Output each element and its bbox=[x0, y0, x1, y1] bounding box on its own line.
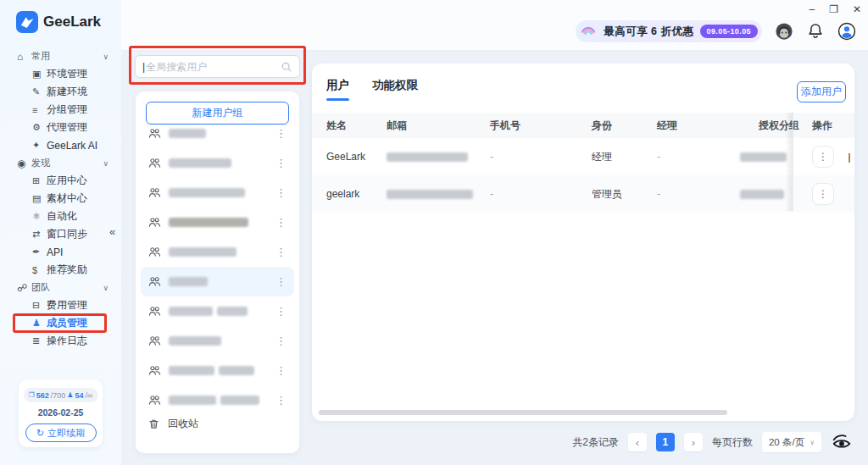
redacted-group-name bbox=[169, 336, 221, 346]
sidebar-item-group-management[interactable]: ≡ 分组管理 bbox=[0, 101, 121, 119]
renew-button[interactable]: ↻ 立即续期 bbox=[25, 423, 97, 442]
page-size-select[interactable]: 20 条/页 ∨ bbox=[762, 432, 821, 452]
next-page-button[interactable]: › bbox=[684, 433, 703, 451]
sidebar-nav: ⌂ 常用 ∨ ▣ 环境管理 ✎ 新建环境 ≡ 分组管理 ⚙ 代理管理 ✦ Gee… bbox=[0, 47, 121, 350]
sidebar-section-discover[interactable]: ◉ 发现 ∨ bbox=[0, 154, 121, 172]
user-group-item[interactable]: ⋮ bbox=[141, 237, 294, 267]
user-groups-panel: 新建用户组 ⋮ ⋮ ⋮ bbox=[136, 91, 299, 453]
cell-manager: - bbox=[657, 138, 660, 175]
horizontal-scrollbar-thumb[interactable] bbox=[319, 410, 727, 415]
list-icon: ≡ bbox=[32, 105, 47, 115]
sidebar-item-member-management[interactable]: ♟ 成员管理 bbox=[0, 314, 121, 332]
close-button[interactable]: ✕ bbox=[853, 2, 861, 17]
promo-date-badge: 09.05-10.05 bbox=[700, 25, 758, 38]
prev-page-button[interactable]: ‹ bbox=[628, 433, 647, 451]
sidebar-item-referral-reward[interactable]: $ 推荐奖励 bbox=[0, 261, 121, 279]
user-group-item[interactable]: ⋮ bbox=[141, 267, 294, 296]
trash-icon bbox=[147, 418, 160, 430]
chevron-down-icon: ∨ bbox=[810, 439, 815, 446]
item-label: GeeLark AI bbox=[47, 140, 97, 152]
sidebar-item-new-env[interactable]: ✎ 新建环境 bbox=[0, 83, 121, 101]
account-avatar-icon[interactable] bbox=[837, 22, 856, 41]
material-icon: ▤ bbox=[32, 193, 47, 204]
user-group-item[interactable]: ⋮ bbox=[141, 148, 294, 178]
user-group-item[interactable]: ⋮ bbox=[141, 178, 294, 208]
sticky-column-divider bbox=[793, 113, 793, 211]
sidebar-item-automation[interactable]: ⚛ 自动化 bbox=[0, 208, 121, 225]
group-menu-dots[interactable]: ⋮ bbox=[275, 364, 287, 377]
recycle-bin-item[interactable]: 回收站 bbox=[147, 417, 198, 431]
page-size-value: 20 条/页 bbox=[769, 436, 804, 449]
tab-label: 功能权限 bbox=[372, 79, 418, 91]
sidebar-item-fee-management[interactable]: ⊟ 费用管理 bbox=[0, 296, 121, 314]
sidebar-item-material-center[interactable]: ▤ 素材中心 bbox=[0, 190, 121, 208]
edit-icon: ✎ bbox=[32, 86, 47, 97]
chevron-down-icon: ∨ bbox=[103, 159, 108, 168]
group-menu-dots[interactable]: ⋮ bbox=[275, 305, 287, 318]
redacted-block bbox=[169, 366, 214, 375]
sidebar-collapse-icon[interactable]: « bbox=[109, 225, 115, 238]
redacted-group-name bbox=[169, 188, 245, 197]
col-role: 身份 bbox=[592, 113, 612, 138]
proxy-icon: ⚙ bbox=[32, 122, 47, 133]
plan-expiry-date: 2026-02-25 bbox=[19, 407, 103, 418]
group-menu-dots[interactable]: ⋮ bbox=[275, 275, 287, 288]
section-label: 团队 bbox=[31, 281, 50, 294]
user-group-item[interactable]: ⋮ bbox=[141, 356, 294, 385]
search-input[interactable] bbox=[146, 61, 281, 73]
table-row[interactable]: GeeLark - 经理 - ⋮ bbox=[312, 138, 854, 175]
add-user-button[interactable]: 添加用户 bbox=[797, 81, 846, 102]
user-group-item[interactable]: ⋮ bbox=[141, 119, 294, 148]
user-group-item[interactable]: ⋮ bbox=[141, 208, 294, 237]
topbar-right: 最高可享 6 折优惠 09.05-10.05 bbox=[576, 20, 856, 42]
sidebar-section-team[interactable]: ☍ 团队 ∨ bbox=[0, 279, 121, 296]
restore-button[interactable]: ❐ bbox=[829, 2, 838, 17]
group-menu-dots[interactable]: ⋮ bbox=[275, 157, 287, 169]
sidebar-item-operation-log[interactable]: ≣ 操作日志 bbox=[0, 332, 121, 350]
user-group-icon bbox=[148, 335, 161, 347]
tab-permissions[interactable]: 功能权限 bbox=[372, 78, 418, 101]
group-menu-dots[interactable]: ⋮ bbox=[275, 246, 287, 258]
group-menu-dots[interactable]: ⋮ bbox=[275, 394, 287, 407]
section-label: 常用 bbox=[31, 50, 50, 63]
cell-auth-group bbox=[740, 175, 784, 213]
sidebar-item-env-management[interactable]: ▣ 环境管理 bbox=[0, 65, 121, 83]
user-group-item[interactable]: ⋮ bbox=[141, 326, 294, 356]
table-header-row: 姓名 邮箱 手机号 身份 经理 授权分组 操作 bbox=[312, 113, 854, 138]
logo-bird-icon bbox=[16, 11, 38, 33]
user-group-item[interactable]: ⋮ bbox=[141, 385, 294, 415]
watermark-eye-icon[interactable] bbox=[831, 433, 853, 451]
row-actions-button[interactable]: ⋮ bbox=[812, 183, 834, 205]
table-row[interactable]: geelark - 管理员 - ⋮ bbox=[312, 175, 854, 213]
group-menu-dots[interactable]: ⋮ bbox=[275, 335, 287, 347]
apps-icon: ⊞ bbox=[32, 175, 47, 186]
sidebar-item-window-sync[interactable]: ⇄ 窗口同步 bbox=[0, 225, 121, 243]
sidebar-section-common[interactable]: ⌂ 常用 ∨ bbox=[0, 47, 121, 65]
support-icon[interactable] bbox=[775, 22, 793, 41]
sidebar-item-app-center[interactable]: ⊞ 应用中心 bbox=[0, 172, 121, 190]
record-count: 共2条记录 bbox=[572, 435, 619, 450]
group-menu-dots[interactable]: ⋮ bbox=[275, 216, 287, 229]
group-menu-dots[interactable]: ⋮ bbox=[275, 127, 287, 140]
redacted-artifact bbox=[849, 153, 850, 163]
redacted-block bbox=[169, 247, 236, 257]
api-icon: ✒ bbox=[32, 246, 47, 257]
item-label: 自动化 bbox=[47, 209, 77, 224]
sidebar-item-geelark-ai[interactable]: ✦ GeeLark AI bbox=[0, 136, 121, 154]
notification-bell-icon[interactable] bbox=[806, 22, 825, 41]
user-group-item[interactable]: ⋮ bbox=[141, 296, 294, 326]
tab-users[interactable]: 用户 bbox=[326, 78, 349, 101]
promo-banner[interactable]: 最高可享 6 折优惠 09.05-10.05 bbox=[576, 20, 762, 42]
redacted-group-name bbox=[169, 396, 259, 405]
item-label: 窗口同步 bbox=[47, 227, 87, 241]
minimize-button[interactable]: – bbox=[809, 2, 815, 17]
group-menu-dots[interactable]: ⋮ bbox=[275, 186, 287, 199]
redacted-group-name bbox=[169, 366, 254, 375]
sidebar-item-proxy-management[interactable]: ⚙ 代理管理 bbox=[0, 119, 121, 136]
sidebar-item-api[interactable]: ✒ API bbox=[0, 243, 121, 261]
item-label: 环境管理 bbox=[47, 67, 87, 81]
member-usage: 54 bbox=[75, 391, 83, 400]
tab-label: 用户 bbox=[326, 79, 349, 91]
row-actions-button[interactable]: ⋮ bbox=[812, 146, 834, 168]
page-number-active[interactable]: 1 bbox=[656, 433, 675, 451]
